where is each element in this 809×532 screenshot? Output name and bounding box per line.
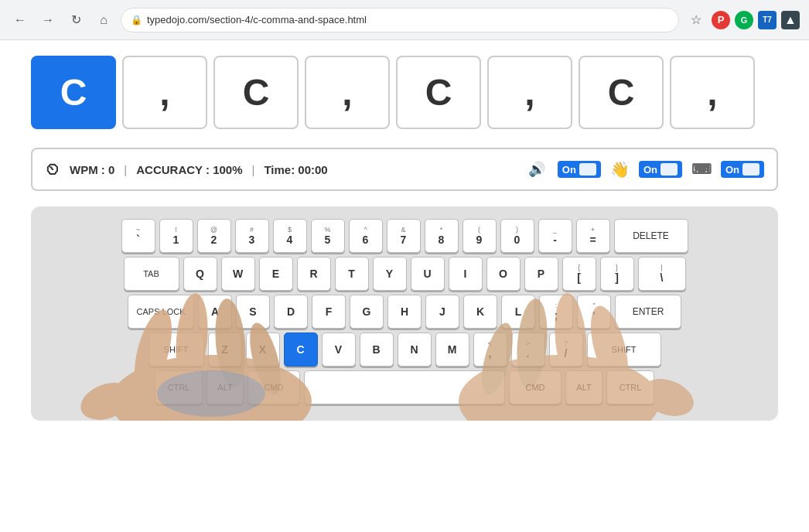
key-z[interactable]: Z	[208, 332, 242, 367]
keyboard-toggle-button[interactable]: On	[721, 161, 764, 178]
key-cmd-right[interactable]: CMD	[509, 370, 562, 404]
key-tab[interactable]: TAB	[124, 257, 179, 291]
key-s[interactable]: S	[236, 295, 270, 329]
key-cmd-left[interactable]: CMD	[247, 370, 300, 404]
key-t[interactable]: T	[335, 257, 369, 291]
key-u[interactable]: U	[411, 257, 445, 291]
key-alt-left[interactable]: ALT	[207, 370, 244, 404]
key-2[interactable]: @2	[197, 219, 231, 253]
key-n[interactable]: N	[398, 332, 432, 367]
wpm-label: WPM : 0	[70, 163, 114, 176]
key-a[interactable]: A	[198, 295, 232, 329]
key-e[interactable]: E	[259, 257, 293, 291]
hand-toggle-button[interactable]: On	[639, 161, 682, 178]
grammarly-icon[interactable]: G	[735, 11, 753, 29]
key-k[interactable]: K	[463, 295, 497, 329]
key-quote[interactable]: "'	[577, 295, 611, 329]
key-i[interactable]: I	[449, 257, 483, 291]
tile-0: C	[31, 56, 116, 129]
kb-row-zxcv: SHIFT Z X C V B N M <, >. ?/ SHIFT	[42, 332, 767, 367]
sound-toggle-label: On	[562, 164, 576, 176]
stats-bar: ⏲ WPM : 0 | ACCURACY : 100% | Time: 00:0…	[31, 148, 778, 191]
key-h[interactable]: H	[387, 295, 422, 329]
key-b[interactable]: B	[360, 332, 394, 367]
hand-icon: 👋	[610, 160, 630, 179]
forward-button[interactable]: →	[37, 9, 59, 31]
key-7[interactable]: &7	[387, 219, 421, 253]
key-w[interactable]: W	[221, 257, 255, 291]
key-equals[interactable]: +=	[576, 219, 610, 253]
tile-4: C	[396, 56, 481, 129]
tile-2: C	[213, 56, 299, 129]
pinterest-icon[interactable]: P	[712, 11, 730, 29]
key-period[interactable]: >.	[511, 332, 545, 367]
sound-toggle-box	[579, 163, 596, 176]
key-6[interactable]: ^6	[349, 219, 383, 253]
key-l[interactable]: L	[501, 295, 535, 329]
key-y[interactable]: Y	[373, 257, 407, 291]
main-content: C , C , C , C , ⏲ WPM : 0 | ACCURACY : 1…	[0, 40, 809, 532]
time-label: Time: 00:00	[264, 163, 327, 176]
key-ctrl-left[interactable]: CTRL	[155, 370, 203, 404]
key-f[interactable]: F	[312, 295, 346, 329]
key-g[interactable]: G	[350, 295, 384, 329]
tile-7: ,	[670, 56, 755, 129]
keyboard-icon: ⌨	[691, 161, 712, 178]
key-comma[interactable]: <,	[473, 332, 507, 367]
key-o[interactable]: O	[486, 257, 521, 291]
key-r[interactable]: R	[297, 257, 331, 291]
browser-icons: ☆ P G T7 ▲	[685, 9, 800, 31]
key-m[interactable]: M	[435, 332, 469, 367]
key-ctrl-right[interactable]: CTRL	[606, 370, 654, 404]
key-5[interactable]: %5	[311, 219, 345, 253]
key-slash[interactable]: ?/	[549, 332, 583, 367]
key-tilde[interactable]: ~`	[121, 219, 155, 253]
extension-icon-1[interactable]: T7	[758, 11, 777, 29]
key-j[interactable]: J	[425, 295, 459, 329]
sound-toggle-button[interactable]: On	[558, 161, 601, 178]
key-d[interactable]: D	[274, 295, 308, 329]
key-alt-right[interactable]: ALT	[565, 370, 602, 404]
bookmark-button[interactable]: ☆	[685, 9, 707, 31]
key-1[interactable]: !1	[159, 219, 193, 253]
tile-3: ,	[305, 56, 390, 129]
key-8[interactable]: *8	[425, 219, 459, 253]
key-q[interactable]: Q	[183, 257, 217, 291]
key-semicolon[interactable]: :;	[539, 295, 573, 329]
key-v[interactable]: V	[322, 332, 356, 367]
speedometer-icon: ⏲	[45, 161, 60, 179]
reload-button[interactable]: ↻	[65, 9, 87, 31]
tile-5: ,	[487, 56, 572, 129]
key-4[interactable]: $4	[273, 219, 307, 253]
key-enter[interactable]: ENTER	[615, 295, 681, 329]
key-c[interactable]: C	[284, 332, 318, 367]
key-shift-right[interactable]: SHIFT	[587, 332, 661, 367]
key-x[interactable]: X	[246, 332, 280, 367]
key-space[interactable]	[304, 370, 505, 404]
back-button[interactable]: ←	[9, 9, 31, 31]
kb-row-qwerty: TAB Q W E R T Y U I O P {[ }] |\	[42, 257, 767, 291]
kb-row-asdf: CAPS LOCK A S D F G H J K L :; "' ENTER	[42, 295, 767, 329]
key-9[interactable]: (9	[463, 219, 497, 253]
kb-row-numbers: ~` !1 @2 #3 $4 %5 ^6 &7 *8 (9 )0 _- += D…	[42, 219, 767, 253]
key-delete[interactable]: DELETE	[614, 219, 688, 253]
url-text: typedojo.com/section-4/c-comma-and-space…	[147, 14, 367, 26]
accuracy-label: ACCURACY : 100%	[136, 163, 242, 176]
address-bar[interactable]: 🔒 typedojo.com/section-4/c-comma-and-spa…	[121, 8, 679, 32]
hand-toggle-label: On	[643, 164, 657, 176]
key-3[interactable]: #3	[235, 219, 269, 253]
home-button[interactable]: ⌂	[93, 9, 114, 31]
key-shift-left[interactable]: SHIFT	[148, 332, 204, 367]
key-p[interactable]: P	[524, 257, 558, 291]
key-minus[interactable]: _-	[538, 219, 572, 253]
key-bracket-close[interactable]: }]	[600, 257, 634, 291]
key-capslock[interactable]: CAPS LOCK	[128, 295, 194, 329]
tile-1: ,	[122, 56, 207, 129]
key-0[interactable]: )0	[500, 219, 534, 253]
key-bracket-open[interactable]: {[	[562, 257, 596, 291]
key-backslash[interactable]: |\	[638, 257, 686, 291]
keyboard-container: ~` !1 @2 #3 $4 %5 ^6 &7 *8 (9 )0 _- += D…	[31, 206, 778, 421]
browser-bar: ← → ↻ ⌂ 🔒 typedojo.com/section-4/c-comma…	[0, 0, 809, 40]
divider-1: |	[124, 163, 127, 176]
extension-icon-2[interactable]: ▲	[781, 11, 800, 29]
